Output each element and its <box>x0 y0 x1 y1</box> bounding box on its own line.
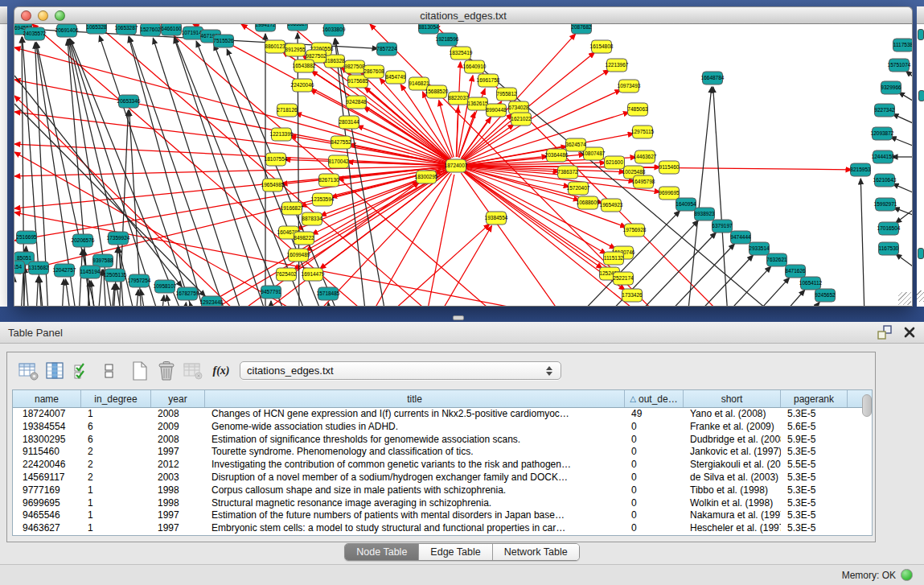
graph-node[interactable]: 1315682 <box>28 262 49 274</box>
graph-edge[interactable] <box>328 303 329 307</box>
graph-node[interactable]: 8878334 <box>302 212 322 225</box>
graph-edge[interactable] <box>196 41 307 307</box>
column-header-in_degree[interactable]: in_degree <box>81 390 151 407</box>
graph-node[interactable]: 12093872 <box>871 127 894 140</box>
graph-edge[interactable] <box>807 303 819 307</box>
graph-edge[interactable] <box>14 166 447 176</box>
graph-node[interactable]: 1167530 <box>879 242 899 255</box>
graph-node[interactable]: 1117538 <box>893 39 913 51</box>
graph-node[interactable]: 1065527 <box>287 24 308 31</box>
graph-node[interactable]: 15751074 <box>888 59 911 72</box>
graph-node[interactable]: 8186328 <box>324 55 345 68</box>
graph-node[interactable]: 2718126 <box>277 104 298 117</box>
graph-edge[interactable] <box>781 290 805 307</box>
zoom-button[interactable] <box>55 10 65 21</box>
graph-node[interactable]: 9329966 <box>881 81 901 94</box>
table-settings-button[interactable] <box>17 360 41 382</box>
scrollbar-thumb[interactable] <box>862 394 872 417</box>
graph-node[interactable]: 18325419 <box>450 47 473 60</box>
graph-node[interactable]: 621600 <box>605 156 625 169</box>
split-pane-grip[interactable] <box>453 315 464 320</box>
graph-node[interactable]: 16648784 <box>701 72 725 84</box>
graph-node[interactable]: 9242848 <box>346 96 367 109</box>
graph-node[interactable]: 8471626 <box>785 265 806 278</box>
tab-network-table[interactable]: Network Table <box>493 544 579 560</box>
column-header-short[interactable]: short <box>684 390 781 407</box>
close-panel-icon[interactable] <box>903 326 916 339</box>
table-row[interactable]: 946554611997Estimation of the future num… <box>13 509 872 522</box>
graph-node[interactable]: 12353594 <box>311 193 335 206</box>
graph-edge[interactable] <box>190 303 194 307</box>
graph-node[interactable]: 1065328 <box>86 24 107 34</box>
graph-edge[interactable] <box>713 87 728 307</box>
graph-edge[interactable] <box>896 254 912 266</box>
graph-node[interactable]: 1621022 <box>511 113 532 126</box>
graph-node[interactable]: 15992971 <box>874 198 897 211</box>
table-selector-combobox[interactable]: citations_edges.txt <box>240 361 561 380</box>
graph-node[interactable]: 17957254 <box>128 274 151 287</box>
graph-node[interactable]: 10973493 <box>618 80 641 93</box>
graph-node[interactable]: 9827508 <box>344 60 365 73</box>
graph-node[interactable]: 8938923 <box>694 208 715 220</box>
graph-node[interactable]: 1640954 <box>676 198 696 211</box>
graph-node[interactable]: 8427552 <box>331 136 351 149</box>
graph-node[interactable]: 8215953 <box>850 163 871 176</box>
window-titlebar[interactable]: citations_edges.txt <box>14 6 913 24</box>
graph-node[interactable]: 39154 <box>14 261 25 274</box>
graph-node[interactable]: 19654985 <box>261 179 285 192</box>
graph-node[interactable]: 19166827 <box>281 202 304 215</box>
column-header-title[interactable]: title <box>205 390 625 407</box>
graph-node[interactable]: 8813054 <box>418 24 439 34</box>
graph-node[interactable]: 2933514 <box>749 242 770 255</box>
graph-node[interactable]: 18107554 <box>265 153 288 166</box>
graph-node[interactable]: 8498222 <box>294 232 314 245</box>
graph-edge[interactable] <box>32 24 370 307</box>
graph-edge[interactable] <box>36 277 38 307</box>
graph-node[interactable]: 7632621 <box>766 253 787 266</box>
graph-node[interactable]: 19384554 <box>485 212 508 225</box>
graph-node[interactable]: 16154808 <box>590 40 614 53</box>
graph-node[interactable]: 1145194 <box>80 266 101 278</box>
table-row[interactable]: 946362711997Embryonic stem cells: a mode… <box>13 522 872 535</box>
column-header-year[interactable]: year <box>151 390 205 407</box>
graph-node[interactable]: 16961758 <box>477 74 500 87</box>
graph-node[interactable]: 20691406 <box>55 24 79 37</box>
graph-edge[interactable] <box>724 266 771 307</box>
graph-node[interactable]: 7625402 <box>276 268 297 281</box>
graph-node[interactable]: 8267130 <box>318 174 339 187</box>
graph-node[interactable]: 2522174 <box>613 272 634 285</box>
column-header-name[interactable]: name <box>13 390 81 407</box>
graph-node[interactable]: 8860123 <box>265 40 285 53</box>
graph-edge[interactable] <box>162 295 164 307</box>
select-rows-button[interactable] <box>70 360 94 382</box>
graph-node[interactable]: 12042757 <box>53 264 76 277</box>
table-row[interactable]: 1938455462009Genome-wide association stu… <box>13 421 872 434</box>
float-window-icon[interactable] <box>876 325 893 340</box>
graph-node[interactable]: 7515526 <box>213 35 234 47</box>
graph-node[interactable]: 16099489 <box>287 249 310 262</box>
graph-node[interactable]: 20364486 <box>545 149 569 162</box>
graph-node[interactable]: 12213399 <box>270 128 294 141</box>
graph-node[interactable]: 9115460 <box>659 161 680 174</box>
graph-node[interactable]: 15720407 <box>567 182 590 195</box>
table-row[interactable]: 977716911998Corpus callosum shape and si… <box>13 484 872 497</box>
graph-node[interactable]: 8912955 <box>285 43 306 56</box>
column-header-pagerank[interactable]: pagerank <box>781 390 848 407</box>
graph-edge[interactable] <box>893 114 912 123</box>
graph-node[interactable]: 7485063 <box>627 103 648 116</box>
graph-edge[interactable] <box>896 210 912 223</box>
graph-node[interactable]: 9699695 <box>659 187 680 200</box>
graph-node[interactable]: 9227342 <box>874 104 895 117</box>
graph-node[interactable]: 6379197 <box>712 220 733 233</box>
tab-node-table[interactable]: Node Table <box>345 544 419 560</box>
table-row[interactable]: 1456911722003Disruption of a novel membe… <box>13 472 872 484</box>
function-builder-button[interactable]: f(x) <box>207 365 235 377</box>
graph-edge[interactable] <box>860 179 864 307</box>
graph-node[interactable]: 12923448 <box>200 296 224 307</box>
graph-node[interactable]: 2867608 <box>363 65 384 78</box>
column-header-out_de[interactable]: △out_de… <box>625 390 684 407</box>
graph-node[interactable]: 19654923 <box>600 199 623 212</box>
graph-node[interactable]: 19218596 <box>436 33 459 46</box>
graph-node[interactable]: 12213967 <box>606 59 629 72</box>
graph-edge[interactable] <box>141 290 146 307</box>
